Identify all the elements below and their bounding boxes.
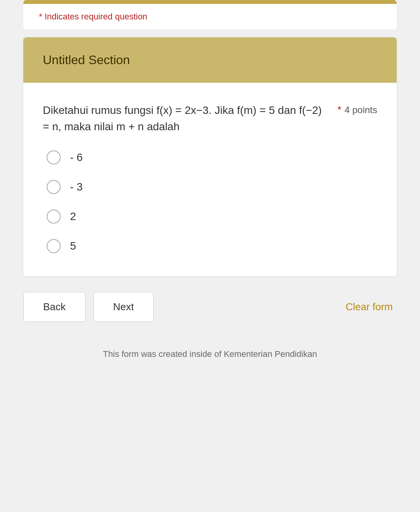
option-item-2[interactable]: - 3 [47, 180, 377, 194]
clear-form-button[interactable]: Clear form [342, 292, 397, 322]
section-title: Untitled Section [43, 53, 377, 67]
required-text: * Indicates required question [39, 12, 147, 21]
next-button[interactable]: Next [93, 292, 154, 322]
options-list: - 6 - 3 2 [43, 150, 377, 253]
footer-text: This form was created inside of Kementer… [23, 341, 397, 367]
radio-inner-4 [51, 243, 57, 249]
section-card: Untitled Section Diketahui rumus fungsi … [23, 37, 397, 276]
back-button[interactable]: Back [23, 292, 86, 322]
option-item-1[interactable]: - 6 [47, 150, 377, 164]
option-label-3: 2 [70, 210, 76, 223]
question-text: Diketahui rumus fungsi f(x) = 2x−3. Jika… [43, 102, 330, 135]
question-meta: * 4 points [338, 104, 377, 116]
option-label-1: - 6 [70, 151, 83, 164]
radio-button-4[interactable] [47, 239, 61, 253]
radio-button-3[interactable] [47, 210, 61, 224]
radio-inner-2 [51, 184, 57, 190]
points-label: 4 points [345, 105, 377, 115]
option-item-4[interactable]: 5 [47, 239, 377, 253]
option-item-3[interactable]: 2 [47, 210, 377, 224]
radio-inner-3 [51, 213, 57, 220]
question-card: Diketahui rumus fungsi f(x) = 2x−3. Jika… [23, 83, 397, 276]
radio-button-2[interactable] [47, 180, 61, 194]
nav-left: Back Next [23, 292, 154, 322]
navigation-bar: Back Next Clear form [23, 284, 397, 330]
option-label-4: 5 [70, 240, 76, 252]
required-banner: * Indicates required question [23, 0, 397, 30]
radio-inner-1 [51, 154, 57, 161]
radio-button-1[interactable] [47, 150, 61, 164]
section-header: Untitled Section [23, 37, 397, 83]
required-star-icon: * [338, 104, 341, 116]
question-header: Diketahui rumus fungsi f(x) = 2x−3. Jika… [43, 102, 377, 135]
option-label-2: - 3 [70, 181, 83, 193]
